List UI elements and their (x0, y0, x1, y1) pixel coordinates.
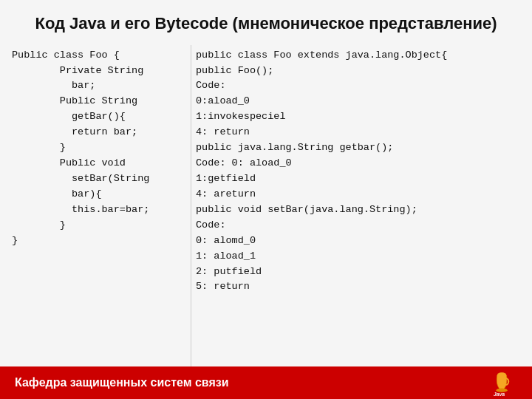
java-logo: Java (489, 369, 517, 397)
footer-label: Кафедра защищенных систем связи (15, 376, 229, 389)
slide: Код Java и его Bytecode (мнемоническое п… (0, 0, 532, 399)
java-icon: Java (489, 369, 517, 397)
content-area: Public class Foo { Private String bar; P… (7, 45, 525, 399)
slide-title: Код Java и его Bytecode (мнемоническое п… (35, 13, 497, 35)
svg-text:Java: Java (494, 392, 505, 397)
left-code-panel: Public class Foo { Private String bar; P… (7, 45, 191, 399)
right-code-panel: public class Foo extends java.lang.Objec… (191, 45, 525, 399)
footer-bar: Кафедра защищенных систем связи Java (0, 366, 532, 399)
